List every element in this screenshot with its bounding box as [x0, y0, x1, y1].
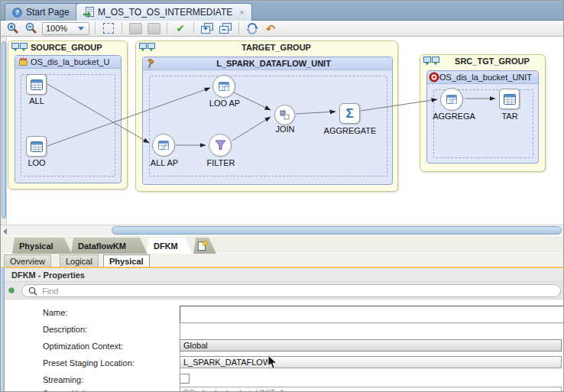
find-input[interactable] — [42, 287, 554, 296]
search-icon — [28, 287, 37, 296]
sync-refresh-icon — [246, 22, 258, 34]
field-label-preset-staging: Preset Staging Location: — [43, 358, 135, 368]
node-label-aggrega: AGGREGA — [433, 112, 475, 121]
streaming-checkbox[interactable] — [180, 374, 190, 384]
node-label-aggregate: AGGREGATE — [324, 126, 377, 135]
undo-layout-button[interactable]: ↶ — [263, 21, 278, 35]
tab-label: DFKM — [154, 241, 178, 251]
diagram-toolbar: 100% ✔ — [1, 21, 564, 37]
datastore-table-icon — [504, 94, 516, 105]
document-tabbar: ? Start Page × M_OS_TO_OS_INTERMEDIATE × — [1, 1, 564, 21]
zoom-in-button[interactable] — [5, 21, 21, 35]
field-label-name: Name: — [43, 308, 67, 317]
synchronize-button[interactable] — [245, 21, 260, 35]
horizontal-scrollbar[interactable] — [1, 225, 564, 235]
subtab-overview[interactable]: Overview — [4, 254, 51, 267]
target-group-header[interactable]: TARGET_GROUP — [136, 41, 397, 53]
optimization-context-select[interactable]: Global — [180, 339, 562, 352]
select-fit-button[interactable] — [101, 21, 116, 35]
toolbar-separator — [238, 22, 239, 34]
preset-staging-select[interactable]: L_SPARK_DATAFLOW — [180, 356, 562, 368]
collapse-all-button[interactable] — [218, 21, 233, 35]
vertical-scrollbar[interactable] — [1, 37, 7, 225]
collapse-node-button-disabled — [128, 21, 143, 35]
zoom-level-value: 100% — [46, 24, 67, 33]
group-title: TARGET_GROUP — [158, 43, 394, 52]
editor-tabrow: Physical DataflowKM DFKM — [1, 236, 564, 254]
expand-all-icon — [201, 23, 214, 34]
reusable-mapping-icon — [18, 57, 28, 66]
page-star-icon — [197, 240, 208, 251]
find-row — [1, 282, 564, 300]
src-tgt-group-header[interactable]: SRC_TGT_GROUP — [420, 55, 545, 67]
zoom-out-button[interactable] — [24, 21, 39, 35]
node-label-tar: TAR — [501, 112, 517, 121]
node-tar[interactable] — [499, 89, 520, 109]
node-loo-ap[interactable] — [212, 75, 235, 98]
node-loo[interactable] — [26, 136, 47, 157]
group-units-icon — [11, 43, 28, 52]
node-label-all-ap: ALL AP — [151, 158, 178, 167]
selection-marquee-icon — [103, 23, 114, 34]
vertical-scrollbar-thumb[interactable] — [2, 41, 6, 219]
tab-mapping[interactable]: M_OS_TO_OS_INTERMEDIATE × — [76, 3, 252, 21]
spark-unit-header[interactable]: L_SPARK_DATAFLOW_UNIT — [143, 57, 392, 70]
selected-value: L_SPARK_DATAFLOW — [183, 358, 271, 367]
datastore-table-icon — [31, 79, 43, 90]
node-aggregate[interactable]: Σ — [339, 103, 360, 124]
expand-all-button[interactable] — [199, 21, 215, 35]
mouse-cursor — [267, 355, 277, 370]
access-point-table-icon — [446, 95, 457, 104]
tab-dfkm[interactable]: DFKM — [147, 238, 193, 254]
node-label-loo-ap: LOO AP — [209, 99, 240, 108]
zoom-out-icon — [25, 22, 37, 34]
field-label-optimization-context: Optimization Context: — [43, 342, 123, 351]
toolbar-separator — [193, 22, 194, 34]
tab-dataflowkm[interactable]: DataflowKM — [71, 238, 147, 254]
node-label-filter: FILTER — [206, 158, 235, 167]
help-icon: ? — [12, 8, 22, 18]
subtab-label: Overview — [10, 257, 45, 266]
zoom-level-select[interactable]: 100% — [42, 22, 89, 35]
subtab-logical[interactable]: Logical — [60, 254, 99, 267]
source-group-header[interactable]: SOURCE_GROUP — [8, 41, 127, 53]
node-filter[interactable] — [209, 134, 232, 157]
node-aggrega[interactable] — [440, 88, 463, 111]
horizontal-scrollbar-thumb[interactable] — [112, 226, 562, 235]
tab-label: DataflowKM — [78, 241, 126, 251]
unit-title: L_SPARK_DATAFLOW_UNIT — [158, 59, 389, 68]
properties-form: Name: Description: Optimization Context:… — [1, 300, 564, 392]
status-led-icon — [8, 287, 15, 293]
unit-title: OS_dis_la_bucket_UNIT — [439, 73, 532, 82]
selected-value: Global — [183, 341, 208, 350]
zoom-in-icon — [7, 22, 19, 34]
chevron-down-icon — [78, 27, 84, 31]
node-all[interactable] — [26, 74, 47, 95]
disabled-value: OS_dis_la_bucket_UNIT_1 — [183, 388, 284, 392]
unit-title: OS_dis_la_bucket_U — [31, 57, 109, 66]
node-label-join: JOIN — [275, 125, 294, 134]
odi-mapping-window: ? Start Page × M_OS_TO_OS_INTERMEDIATE × — [0, 0, 564, 392]
tab-new-properties[interactable] — [193, 238, 216, 254]
node-all-ap[interactable] — [152, 134, 175, 157]
hammer-icon — [146, 59, 156, 69]
left-splitter-strip[interactable] — [1, 267, 5, 392]
source-group[interactable]: SOURCE_GROUP OS_dis_la_bucket_U — [8, 40, 128, 190]
tab-label: M_OS_TO_OS_INTERMEDIATE — [98, 7, 232, 18]
collapse-all-icon — [219, 23, 232, 34]
view-subtabs: Overview Logical Physical — [1, 254, 564, 267]
close-icon[interactable]: × — [239, 8, 244, 17]
tab-physical-km[interactable]: Physical — [12, 238, 72, 254]
source-unit-header[interactable]: OS_dis_la_bucket_U — [15, 56, 121, 69]
subtab-physical[interactable]: Physical — [103, 254, 150, 267]
subtab-label: Physical — [109, 257, 144, 266]
src-tgt-unit-header[interactable]: OS_dis_la_bucket_UNIT — [427, 71, 538, 84]
group-title: SOURCE_GROUP — [31, 43, 102, 52]
validate-button[interactable]: ✔ — [173, 21, 188, 35]
find-searchbox[interactable] — [21, 284, 561, 297]
datastore-table-icon — [31, 141, 43, 152]
source-units-field: OS_dis_la_bucket_UNIT_1 — [180, 387, 562, 392]
node-join[interactable] — [274, 105, 295, 125]
scroll-left-arrow[interactable] — [3, 228, 7, 235]
checkmark-icon: ✔ — [176, 23, 185, 34]
